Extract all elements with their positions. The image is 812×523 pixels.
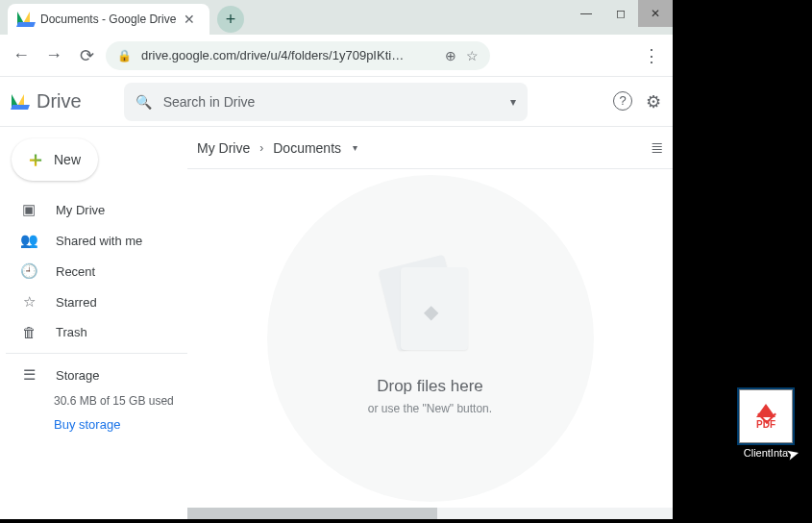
nav-reload-button[interactable]: ⟳ <box>73 42 100 69</box>
lock-icon: 🔒 <box>117 49 132 62</box>
search-options-icon[interactable]: ▾ <box>510 95 516 109</box>
cursor-icon: ➤ <box>784 444 800 465</box>
zoom-icon[interactable]: ⊕ <box>445 48 456 63</box>
bookmark-star-icon[interactable]: ☆ <box>466 48 479 63</box>
new-button-label: New <box>54 152 81 167</box>
plus-icon: ＋ <box>25 145 46 174</box>
titlebar: Documents - Google Drive ✕ + — ◻ ✕ <box>0 0 673 35</box>
horizontal-scrollbar[interactable] <box>187 508 673 519</box>
sidebar-item-label: My Drive <box>56 203 105 217</box>
sidebar-item-storage[interactable]: ☰ Storage <box>6 360 187 390</box>
window-close-button[interactable]: ✕ <box>638 0 673 27</box>
search-icon: 🔍 <box>135 94 152 110</box>
help-button[interactable]: ? <box>613 91 632 111</box>
drive-logo-icon <box>12 94 29 110</box>
trash-icon: 🗑 <box>19 324 38 340</box>
breadcrumb-dropdown-icon[interactable]: ▾ <box>353 142 357 153</box>
sidebar-item-shared[interactable]: 👥 Shared with me <box>6 225 187 256</box>
drive-favicon-icon <box>17 12 33 27</box>
dropzone[interactable]: ◆ Drop files here or use the "New" butto… <box>187 169 673 508</box>
new-button[interactable]: ＋ New <box>12 138 98 181</box>
breadcrumb: My Drive › Documents ▾ ≣ <box>187 127 673 169</box>
sidebar-item-starred[interactable]: ☆ Starred <box>6 286 187 317</box>
main-pane: My Drive › Documents ▾ ≣ ◆ Drop files he… <box>187 127 673 519</box>
starred-icon: ☆ <box>19 293 38 311</box>
chevron-right-icon: › <box>259 141 263 155</box>
sidebar-item-label: Recent <box>56 264 95 279</box>
drive-logo-text: Drive <box>37 90 82 112</box>
dropzone-circle: ◆ Drop files here or use the "New" butto… <box>267 175 594 502</box>
breadcrumb-current[interactable]: Documents <box>273 140 341 156</box>
sidebar-item-label: Starred <box>56 295 97 310</box>
window-maximize-button[interactable]: ◻ <box>603 0 638 27</box>
sidebar-item-label: Trash <box>56 325 87 339</box>
tab-title: Documents - Google Drive <box>40 12 176 26</box>
search-input[interactable]: 🔍 Search in Drive ▾ <box>124 83 528 121</box>
dropzone-title: Drop files here <box>377 377 483 396</box>
search-placeholder: Search in Drive <box>163 94 256 110</box>
sidebar: ＋ New ▣ My Drive 👥 Shared with me 🕘 Rece… <box>0 127 187 519</box>
settings-button[interactable]: ⚙ <box>646 91 661 112</box>
sidebar-item-label: Shared with me <box>56 234 142 248</box>
browser-window: Documents - Google Drive ✕ + — ◻ ✕ ← → ⟳… <box>0 0 673 519</box>
url-text: drive.google.com/drive/u/4/folders/1y709… <box>141 48 404 62</box>
new-tab-button[interactable]: + <box>217 6 244 33</box>
breadcrumb-root[interactable]: My Drive <box>197 140 250 156</box>
storage-used-text: 30.6 MB of 15 GB used <box>6 390 187 417</box>
recent-icon: 🕘 <box>19 262 38 280</box>
tab-close-icon[interactable]: ✕ <box>184 12 195 27</box>
drive-header: Drive 🔍 Search in Drive ▾ ? ⚙ <box>0 77 673 127</box>
browser-menu-button[interactable]: ⋮ <box>638 45 665 66</box>
view-toggle-button[interactable]: ≣ <box>651 138 663 157</box>
nav-back-button[interactable]: ← <box>8 42 35 69</box>
buy-storage-link[interactable]: Buy storage <box>6 417 187 432</box>
dropzone-subtitle: or use the "New" button. <box>368 402 492 415</box>
my-drive-icon: ▣ <box>19 201 38 218</box>
pdf-thumbnail: PDF <box>739 389 793 443</box>
browser-tab[interactable]: Documents - Google Drive ✕ <box>8 4 209 35</box>
sidebar-item-trash[interactable]: 🗑 Trash <box>6 317 187 347</box>
file-stack-icon: ◆ <box>387 262 474 358</box>
sidebar-item-recent[interactable]: 🕘 Recent <box>6 256 187 286</box>
url-bar[interactable]: 🔒 drive.google.com/drive/u/4/folders/1y7… <box>106 41 490 70</box>
storage-icon: ☰ <box>19 366 38 384</box>
drive-logo[interactable]: Drive <box>12 90 82 112</box>
shared-icon: 👥 <box>19 232 38 249</box>
sidebar-item-label: Storage <box>56 368 100 383</box>
nav-forward-button[interactable]: → <box>40 42 67 69</box>
address-bar: ← → ⟳ 🔒 drive.google.com/drive/u/4/folde… <box>0 35 673 77</box>
window-minimize-button[interactable]: — <box>569 0 603 27</box>
sidebar-item-my-drive[interactable]: ▣ My Drive <box>6 194 187 225</box>
